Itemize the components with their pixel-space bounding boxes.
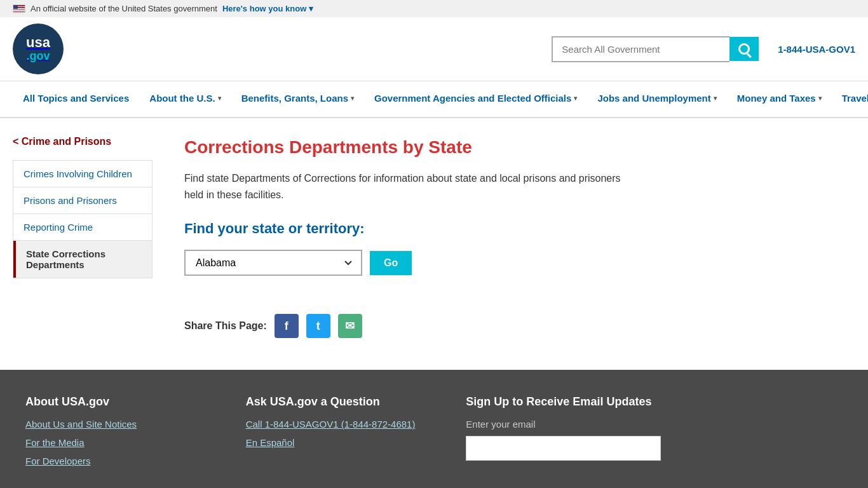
- site-logo-link[interactable]: usa .gov: [13, 24, 64, 74]
- find-state-heading: Find your state or territory:: [184, 220, 843, 237]
- site-header: usa .gov 1-844-USA-GOV1: [0, 17, 868, 81]
- phone-number-link[interactable]: 1-844-USA-GOV1: [778, 44, 855, 55]
- nav-item-travel: Travel and Immigration ▾: [832, 81, 868, 117]
- go-button[interactable]: Go: [370, 251, 412, 275]
- nav-link-all-topics[interactable]: All Topics and Services: [13, 81, 139, 117]
- footer-ask-section: Ask USA.gov a Question Call 1-844-USAGOV…: [246, 395, 441, 474]
- footer-link-media[interactable]: For the Media: [25, 437, 220, 448]
- how-to-know-link[interactable]: Here's how you know ▾: [222, 4, 313, 13]
- sidebar-back-link[interactable]: < Crime and Prisons: [13, 131, 153, 152]
- share-label: Share This Page:: [184, 320, 267, 332]
- search-button[interactable]: [729, 37, 759, 61]
- sidebar-item-reporting: Reporting Crime: [13, 214, 152, 241]
- footer-signup-heading: Sign Up to Receive Email Updates: [466, 395, 661, 409]
- sidebar-nav: Crimes Involving Children Prisons and Pr…: [13, 160, 153, 278]
- page-description: Find state Departments of Corrections fo…: [184, 170, 629, 203]
- search-icon: [738, 43, 750, 55]
- main-content: Corrections Departments by State Find st…: [172, 131, 855, 344]
- chevron-down-icon: ▾: [574, 95, 577, 102]
- header-right: 1-844-USA-GOV1: [552, 36, 855, 62]
- chevron-down-icon: ▾: [351, 95, 354, 102]
- logo-usa-text: usa: [26, 35, 50, 50]
- sidebar-link-corrections: State Corrections Departments: [13, 241, 152, 278]
- chevron-down-icon: ▾: [714, 95, 717, 102]
- chevron-down-icon: ▾: [218, 95, 221, 102]
- nav-link-money[interactable]: Money and Taxes ▾: [727, 81, 832, 117]
- share-section: Share This Page: f t ✉: [184, 301, 843, 338]
- nav-item-about-us: About the U.S. ▾: [139, 81, 231, 117]
- nav-link-agencies[interactable]: Government Agencies and Elected Official…: [364, 81, 587, 117]
- logo-gov-text: .gov: [26, 50, 50, 63]
- gov-banner: An official website of the United States…: [0, 0, 868, 17]
- nav-link-jobs[interactable]: Jobs and Unemployment ▾: [587, 81, 726, 117]
- nav-item-agencies: Government Agencies and Elected Official…: [364, 81, 587, 117]
- search-input[interactable]: [552, 36, 729, 62]
- footer-link-developers[interactable]: For Developers: [25, 456, 220, 466]
- footer-link-espanol[interactable]: En Español: [246, 437, 441, 448]
- search-bar: [552, 36, 759, 62]
- nav-item-jobs: Jobs and Unemployment ▾: [587, 81, 726, 117]
- chevron-down-icon: ▾: [818, 95, 822, 102]
- share-email-button[interactable]: ✉: [338, 314, 362, 338]
- sidebar-link-reporting-crime[interactable]: Reporting Crime: [13, 214, 152, 240]
- sidebar-item-prisons: Prisons and Prisoners: [13, 187, 152, 214]
- sidebar-item-corrections: State Corrections Departments: [13, 241, 152, 278]
- sidebar-link-prisons[interactable]: Prisons and Prisoners: [13, 187, 152, 214]
- nav-link-travel[interactable]: Travel and Immigration ▾: [832, 81, 868, 117]
- nav-item-benefits: Benefits, Grants, Loans ▾: [231, 81, 364, 117]
- footer-email-input[interactable]: [466, 436, 661, 461]
- footer-link-about-us[interactable]: About Us and Site Notices: [25, 419, 220, 430]
- footer-email-label: Enter your email: [466, 419, 661, 430]
- logo-container: usa .gov: [13, 24, 64, 74]
- us-flag-icon: [13, 4, 25, 13]
- sidebar-link-crimes-children[interactable]: Crimes Involving Children: [13, 161, 152, 187]
- footer-about-section: About USA.gov About Us and Site Notices …: [25, 395, 220, 474]
- footer-link-call[interactable]: Call 1-844-USAGOV1 (1-844-872-4681): [246, 419, 441, 430]
- share-facebook-button[interactable]: f: [275, 314, 299, 338]
- footer-grid: About USA.gov About Us and Site Notices …: [25, 395, 661, 474]
- nav-item-all-topics: All Topics and Services: [13, 81, 139, 117]
- nav-link-benefits[interactable]: Benefits, Grants, Loans ▾: [231, 81, 364, 117]
- nav-item-money: Money and Taxes ▾: [727, 81, 832, 117]
- state-selector: AlabamaAlaskaArizonaArkansasCaliforniaCo…: [184, 250, 843, 276]
- sidebar-item-crimes: Crimes Involving Children: [13, 161, 152, 187]
- main-navigation: All Topics and Services About the U.S. ▾…: [0, 81, 868, 118]
- share-twitter-button[interactable]: t: [306, 314, 330, 338]
- footer-about-heading: About USA.gov: [25, 395, 220, 409]
- page-title: Corrections Departments by State: [184, 137, 843, 158]
- site-footer: About USA.gov About Us and Site Notices …: [0, 370, 868, 488]
- state-select-dropdown[interactable]: AlabamaAlaskaArizonaArkansasCaliforniaCo…: [184, 250, 362, 276]
- nav-list: All Topics and Services About the U.S. ▾…: [13, 81, 855, 117]
- official-text: An official website of the United States…: [31, 4, 217, 13]
- sidebar: < Crime and Prisons Crimes Involving Chi…: [13, 131, 153, 344]
- footer-signup-section: Sign Up to Receive Email Updates Enter y…: [466, 395, 661, 474]
- nav-link-about-us[interactable]: About the U.S. ▾: [139, 81, 231, 117]
- main-container: < Crime and Prisons Crimes Involving Chi…: [0, 118, 868, 357]
- footer-ask-heading: Ask USA.gov a Question: [246, 395, 441, 409]
- usa-gov-logo: usa .gov: [13, 24, 64, 74]
